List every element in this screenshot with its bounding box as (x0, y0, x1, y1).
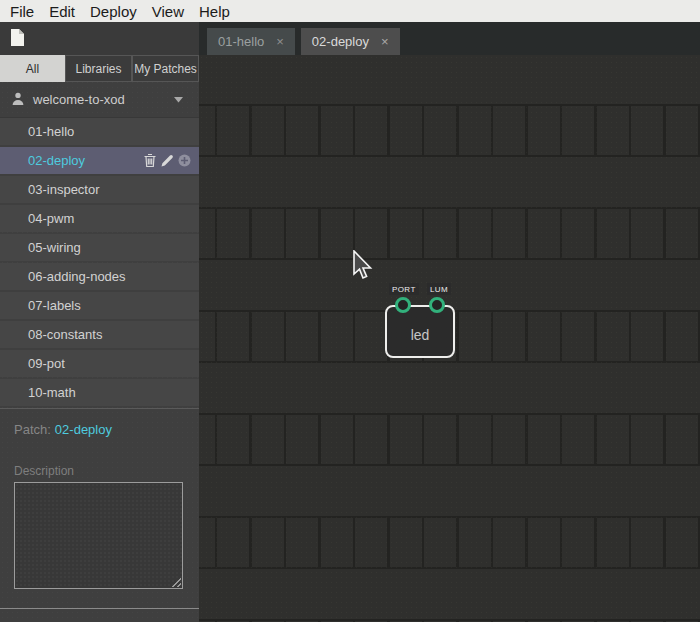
menu-deploy[interactable]: Deploy (88, 3, 139, 20)
pencil-icon[interactable] (161, 155, 173, 167)
menu-view[interactable]: View (150, 3, 186, 20)
patch-item-label: 07-labels (28, 298, 81, 313)
filter-tab-my-patches[interactable]: My Patches (132, 55, 199, 82)
patch-canvas[interactable]: PORT LUM led (199, 55, 700, 622)
project-selector[interactable]: welcome-to-xod (0, 82, 199, 118)
description-input[interactable] (14, 482, 183, 589)
pin-label-lum: LUM (427, 283, 451, 295)
xod-ide-window: File Edit Deploy View Help 01-hello × 02… (0, 0, 700, 622)
pin-label-port: PORT (389, 283, 419, 295)
filter-tab-libraries[interactable]: Libraries (65, 55, 132, 82)
editor-tab-01-hello[interactable]: 01-hello × (207, 28, 295, 55)
trash-icon[interactable] (144, 154, 156, 167)
filter-tab-all[interactable]: All (0, 55, 65, 82)
plus-circle-icon[interactable] (178, 154, 191, 167)
user-icon (12, 91, 24, 109)
patch-item-label: 01-hello (28, 124, 74, 139)
project-name: welcome-to-xod (33, 92, 125, 107)
patch-item-07-labels[interactable]: 07-labels (0, 292, 199, 319)
description-label: Description (14, 464, 199, 478)
tab-close-icon[interactable]: × (381, 35, 389, 48)
menu-edit[interactable]: Edit (47, 3, 77, 20)
patch-item-05-wiring[interactable]: 05-wiring (0, 234, 199, 261)
node-led[interactable]: PORT LUM led (385, 305, 455, 358)
current-patch-link[interactable]: 02-deploy (55, 422, 112, 437)
editor-tab-02-deploy[interactable]: 02-deploy × (301, 28, 400, 55)
patch-item-label: 02-deploy (28, 153, 85, 168)
patch-list: 01-hello 02-deploy (0, 118, 199, 409)
patch-item-label: 05-wiring (28, 240, 81, 255)
menu-file[interactable]: File (8, 3, 36, 20)
editor-tabbar: 01-hello × 02-deploy × (199, 22, 700, 55)
current-patch-line: Patch:02-deploy (0, 422, 199, 437)
pin-port[interactable] (395, 297, 411, 313)
patch-item-03-inspector[interactable]: 03-inspector (0, 176, 199, 203)
patch-item-01-hello[interactable]: 01-hello (0, 118, 199, 145)
patch-item-02-deploy[interactable]: 02-deploy (0, 147, 199, 174)
patch-item-10-math[interactable]: 10-math (0, 379, 199, 406)
menubar: File Edit Deploy View Help (0, 0, 700, 22)
patch-item-04-pwm[interactable]: 04-pwm (0, 205, 199, 232)
patch-item-label: 10-math (28, 385, 76, 400)
current-patch-label: Patch: (14, 422, 51, 437)
chevron-down-icon[interactable] (174, 97, 183, 103)
toolbar (0, 22, 199, 55)
pin-lum[interactable] (429, 297, 445, 313)
patch-item-actions (144, 154, 199, 167)
patch-item-09-pot[interactable]: 09-pot (0, 350, 199, 377)
patch-item-label: 06-adding-nodes (28, 269, 126, 284)
patch-item-label: 04-pwm (28, 211, 74, 226)
tab-label: 02-deploy (312, 34, 369, 49)
patch-item-label: 08-constants (28, 327, 102, 342)
tab-label: 01-hello (218, 34, 264, 49)
mouse-cursor-icon (352, 250, 374, 284)
tab-close-icon[interactable]: × (276, 35, 284, 48)
sidebar-divider (0, 608, 199, 609)
browser-filter-tabs: All Libraries My Patches (0, 55, 199, 82)
patch-item-label: 09-pot (28, 356, 65, 371)
new-patch-icon[interactable] (10, 28, 25, 51)
patch-item-label: 03-inspector (28, 182, 100, 197)
patch-item-08-constants[interactable]: 08-constants (0, 321, 199, 348)
menu-help[interactable]: Help (197, 3, 232, 20)
project-browser: All Libraries My Patches welcome-to-xod … (0, 55, 199, 622)
patch-item-06-adding-nodes[interactable]: 06-adding-nodes (0, 263, 199, 290)
node-label: led (387, 327, 453, 343)
